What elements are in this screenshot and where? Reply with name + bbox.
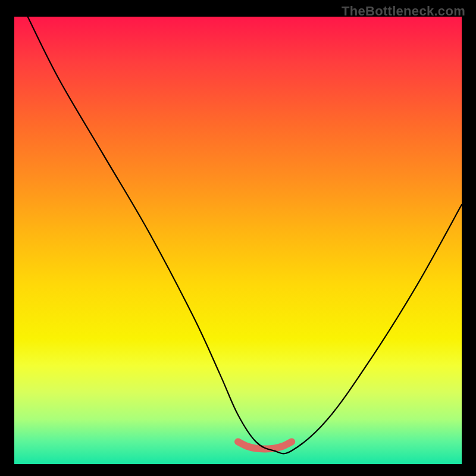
watermark-text: TheBottleneck.com bbox=[342, 4, 465, 19]
curve-svg bbox=[14, 17, 462, 464]
plot-area bbox=[14, 17, 462, 464]
bottleneck-curve bbox=[28, 17, 462, 453]
chart-frame: TheBottleneck.com bbox=[0, 0, 476, 476]
